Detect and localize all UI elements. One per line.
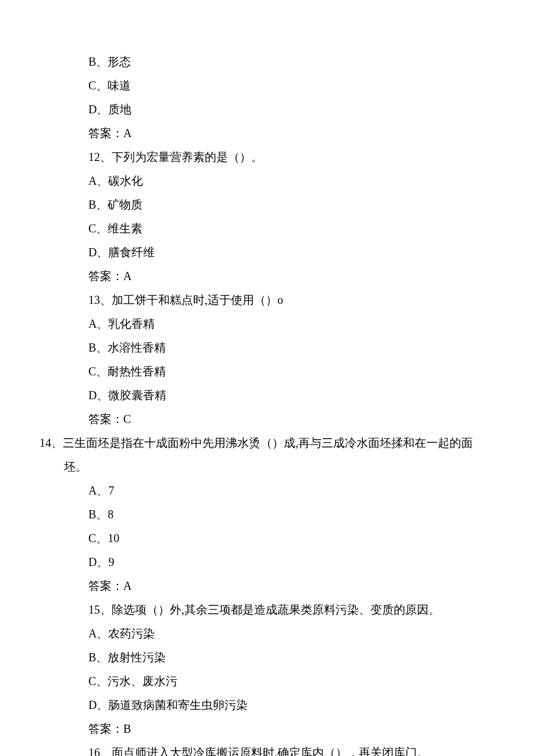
text-line: A、7 [0, 479, 535, 503]
text-line: B、形态 [0, 50, 535, 74]
text-line: D、膳食纤维 [0, 241, 535, 264]
text-line: 答案：A [0, 264, 535, 288]
text-line: C、维生素 [0, 217, 535, 241]
text-line: 14、三生面坯是指在十成面粉中先用沸水烫（）成,再与三成冷水面坯揉和在一起的面坯… [0, 431, 535, 479]
text-line: 15、除选项（）外,其余三项都是造成蔬果类原料污染、变质的原因。 [0, 598, 535, 622]
text-line: B、水溶性香精 [0, 336, 535, 360]
text-line: A、农药污染 [0, 622, 535, 646]
text-line: A、碳水化 [0, 169, 535, 193]
text-line: B、8 [0, 503, 535, 526]
text-line: 答案：B [0, 717, 535, 741]
text-line: D、肠道致病菌和寄生虫卵污染 [0, 693, 535, 717]
text-line: A、乳化香精 [0, 312, 535, 336]
text-line: D、质地 [0, 98, 535, 121]
text-line: B、矿物质 [0, 193, 535, 217]
text-line: C、污水、废水污 [0, 669, 535, 693]
text-line: C、10 [0, 526, 535, 550]
text-line: 答案：C [0, 407, 535, 431]
text-line: 答案：A [0, 121, 535, 145]
text-line: 答案：A [0, 574, 535, 598]
text-line: 16、面点师进入大型冷库搬运原料时,确定库内（），再关闭库门。 [0, 741, 535, 756]
text-line: D、微胶囊香精 [0, 384, 535, 407]
text-line: 13、加工饼干和糕点时,适于使用（）o [0, 288, 535, 312]
text-line: 12、下列为宏量营养素的是（）。 [0, 145, 535, 169]
document-body: B、形态C、味道D、质地答案：A12、下列为宏量营养素的是（）。A、碳水化B、矿… [0, 50, 535, 756]
text-line: C、耐热性香精 [0, 360, 535, 384]
text-line: C、味道 [0, 74, 535, 98]
text-line: B、放射性污染 [0, 646, 535, 669]
text-line: D、9 [0, 550, 535, 574]
